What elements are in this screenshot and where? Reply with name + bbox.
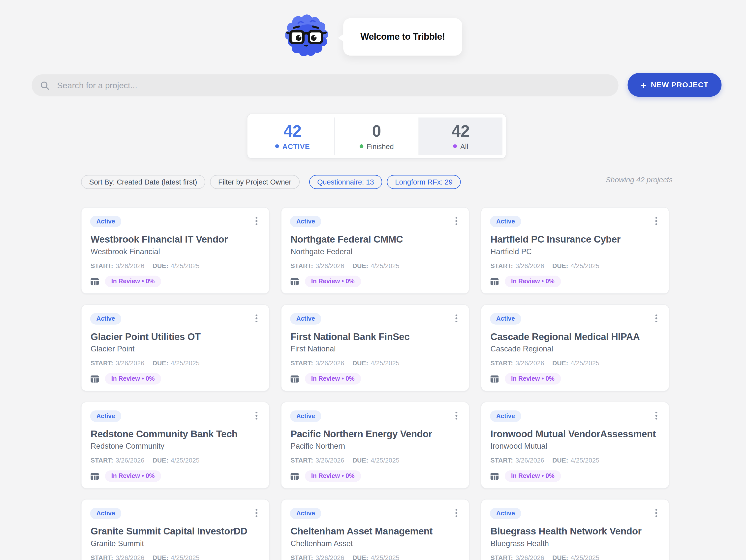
due-label: DUE: xyxy=(552,457,568,465)
active-dot-icon xyxy=(275,144,279,148)
due-date: 4/25/2025 xyxy=(371,554,399,560)
table-icon xyxy=(90,375,99,383)
search-input[interactable] xyxy=(56,80,619,91)
project-title: Bluegrass Health Network Vendor xyxy=(491,526,662,537)
table-icon xyxy=(290,278,298,285)
questionnaire-chip[interactable]: Questionnaire: 13 xyxy=(309,175,382,189)
kebab-menu-icon[interactable] xyxy=(452,410,461,421)
start-label: START: xyxy=(491,360,513,367)
start-label: START: xyxy=(491,554,513,560)
start-label: START: xyxy=(290,457,313,465)
kebab-menu-icon[interactable] xyxy=(452,312,461,324)
due-label: DUE: xyxy=(352,554,368,560)
stat-all[interactable]: 42 All xyxy=(419,117,503,155)
project-subtitle: Northgate Federal xyxy=(290,247,462,257)
new-project-button[interactable]: + NEW PROJECT xyxy=(628,73,722,97)
table-icon xyxy=(90,472,99,480)
stat-active-label: ACTIVE xyxy=(283,142,310,150)
project-card[interactable]: Active Northgate Federal CMMC Northgate … xyxy=(281,207,469,294)
project-title: Redstone Community Bank Tech xyxy=(90,428,262,440)
due-date: 4/25/2025 xyxy=(371,360,399,367)
due-label: DUE: xyxy=(152,457,168,465)
project-dates: START: 3/26/2026 DUE: 4/25/2025 xyxy=(491,554,599,560)
project-card[interactable]: Active Bluegrass Health Network Vendor B… xyxy=(481,499,669,560)
kebab-menu-icon[interactable] xyxy=(252,215,261,227)
start-date: 3/26/2026 xyxy=(515,554,544,560)
project-card[interactable]: Active Ironwood Mutual VendorAssessment … xyxy=(481,402,669,488)
dashboard-page: Welcome to Tribble! + NEW PROJECT 42 ACT… xyxy=(0,0,746,560)
progress-badge: In Review • 0% xyxy=(105,470,161,482)
due-label: DUE: xyxy=(152,262,168,270)
start-date: 3/26/2026 xyxy=(116,457,144,465)
project-dates: START: 3/26/2026 DUE: 4/25/2025 xyxy=(491,262,599,270)
filter-owner-chip[interactable]: Filter by Project Owner xyxy=(210,175,299,189)
showing-projects-text: Showing 42 projects xyxy=(606,175,672,184)
kebab-menu-icon[interactable] xyxy=(252,312,261,324)
project-dates: START: 3/26/2026 DUE: 4/25/2025 xyxy=(290,360,399,367)
project-status-badge: Active xyxy=(290,216,321,227)
start-label: START: xyxy=(290,262,313,270)
due-date: 4/25/2025 xyxy=(171,360,199,367)
sort-by-chip[interactable]: Sort By: Created Date (latest first) xyxy=(81,175,205,189)
table-icon xyxy=(290,375,298,383)
project-dates: START: 3/26/2026 DUE: 4/25/2025 xyxy=(90,554,199,560)
welcome-text: Welcome to Tribble! xyxy=(360,32,445,43)
kebab-menu-icon[interactable] xyxy=(652,410,661,421)
due-label: DUE: xyxy=(352,360,368,367)
project-status-badge: Active xyxy=(490,313,521,325)
due-label: DUE: xyxy=(552,360,568,367)
start-label: START: xyxy=(491,262,513,270)
project-status-badge: Active xyxy=(490,411,521,422)
project-dates: START: 3/26/2026 DUE: 4/25/2025 xyxy=(90,457,199,465)
table-icon xyxy=(90,278,99,285)
due-date: 4/25/2025 xyxy=(571,554,599,560)
stat-finished[interactable]: 0 Finished xyxy=(334,117,419,155)
project-card[interactable]: Active Hartfield PC Insurance Cyber Hart… xyxy=(481,207,669,294)
start-date: 3/26/2026 xyxy=(315,554,344,560)
project-subtitle: Cascade Regional xyxy=(491,344,662,354)
stat-finished-value: 0 xyxy=(372,122,381,139)
project-card[interactable]: Active Cascade Regional Medical HIPAA Ca… xyxy=(481,305,669,391)
kebab-menu-icon[interactable] xyxy=(252,507,261,519)
project-card[interactable]: Active Glacier Point Utilities OT Glacie… xyxy=(81,305,269,391)
project-title: Northgate Federal CMMC xyxy=(290,233,462,245)
due-date: 4/25/2025 xyxy=(171,457,199,465)
start-label: START: xyxy=(90,554,113,560)
kebab-menu-icon[interactable] xyxy=(452,215,461,227)
project-title: Hartfield PC Insurance Cyber xyxy=(491,233,662,245)
kebab-menu-icon[interactable] xyxy=(652,507,661,519)
project-card[interactable]: Active Cheltenham Asset Management Chelt… xyxy=(281,499,469,560)
start-date: 3/26/2026 xyxy=(315,262,344,270)
stat-active-value: 42 xyxy=(284,122,302,139)
stat-finished-label: Finished xyxy=(367,142,394,150)
due-label: DUE: xyxy=(352,457,368,465)
new-project-label: NEW PROJECT xyxy=(651,81,709,89)
stat-active[interactable]: 42 ACTIVE xyxy=(251,117,334,155)
project-status-badge: Active xyxy=(490,216,521,227)
kebab-menu-icon[interactable] xyxy=(652,312,661,324)
due-label: DUE: xyxy=(552,554,568,560)
project-subtitle: First National xyxy=(290,344,462,354)
project-card[interactable]: Active First National Bank FinSec First … xyxy=(281,305,469,391)
project-title: Granite Summit Capital InvestorDD xyxy=(90,526,262,537)
project-subtitle: Pacific Northern xyxy=(290,442,462,451)
kebab-menu-icon[interactable] xyxy=(452,507,461,519)
due-date: 4/25/2025 xyxy=(171,262,199,270)
longform-rfx-chip[interactable]: Longform RFx: 29 xyxy=(387,175,461,189)
due-label: DUE: xyxy=(352,262,368,270)
due-date: 4/25/2025 xyxy=(571,457,599,465)
project-card[interactable]: Active Redstone Community Bank Tech Reds… xyxy=(81,402,269,488)
start-label: START: xyxy=(90,262,113,270)
kebab-menu-icon[interactable] xyxy=(652,215,661,227)
project-subtitle: Granite Summit xyxy=(90,539,262,549)
project-subtitle: Redstone Community xyxy=(90,442,262,451)
kebab-menu-icon[interactable] xyxy=(252,410,261,421)
project-status-badge: Active xyxy=(90,411,121,422)
welcome-speech-bubble: Welcome to Tribble! xyxy=(343,18,462,56)
start-date: 3/26/2026 xyxy=(116,554,144,560)
project-card[interactable]: Active Granite Summit Capital InvestorDD… xyxy=(81,499,269,560)
project-dates: START: 3/26/2026 DUE: 4/25/2025 xyxy=(90,360,199,367)
project-card[interactable]: Active Westbrook Financial IT Vendor Wes… xyxy=(81,207,269,294)
project-card[interactable]: Active Pacific Northern Energy Vendor Pa… xyxy=(281,402,469,488)
progress-badge: In Review • 0% xyxy=(505,470,561,482)
